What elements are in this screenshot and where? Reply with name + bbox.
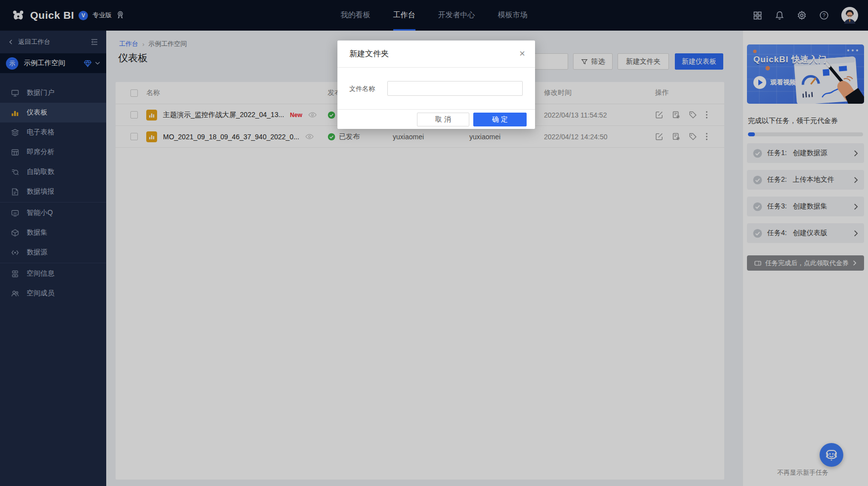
confirm-button[interactable]: 确 定 bbox=[473, 113, 527, 126]
cancel-button[interactable]: 取 消 bbox=[417, 113, 469, 126]
modal-header: 新建文件夹 bbox=[337, 40, 535, 68]
close-icon[interactable]: × bbox=[517, 46, 527, 60]
folder-name-label: 文件名称 bbox=[349, 84, 375, 93]
folder-name-input[interactable] bbox=[387, 81, 523, 96]
new-folder-modal: 新建文件夹 × 文件名称 取 消 确 定 bbox=[337, 40, 535, 129]
modal-body: 文件名称 bbox=[337, 68, 535, 109]
modal-footer: 取 消 确 定 bbox=[337, 109, 535, 129]
modal-title: 新建文件夹 bbox=[349, 49, 389, 59]
